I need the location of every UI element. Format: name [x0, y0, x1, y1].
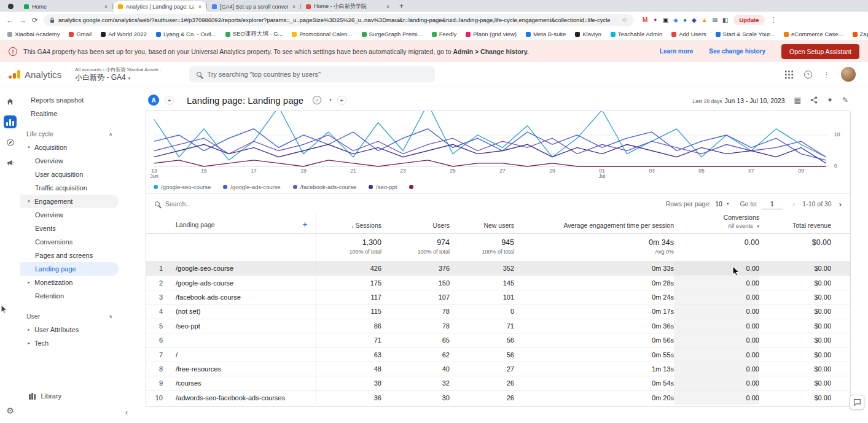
avatar[interactable]: [841, 67, 856, 82]
column-header-avg-engagement[interactable]: Average engagement time per session: [514, 222, 674, 229]
date-range-value[interactable]: Jun 13 - Jul 10, 2023: [724, 97, 784, 104]
back-icon[interactable]: ←: [6, 16, 14, 25]
bookmark-plann-grid-view[interactable]: Plann (grid view): [466, 31, 517, 37]
bookmark-xiaobai-academy[interactable]: Xiaobai Academy: [7, 31, 60, 37]
reload-icon[interactable]: ⟳: [32, 16, 38, 25]
browser-menu-icon[interactable]: ⋮: [770, 16, 777, 24]
segment-badge[interactable]: A: [148, 95, 159, 106]
table-search-input[interactable]: [165, 200, 313, 208]
extension-icon[interactable]: ▲: [702, 17, 708, 23]
new-tab-button[interactable]: +: [399, 2, 404, 10]
collapse-sidebar-icon[interactable]: ‹: [125, 408, 128, 417]
share-icon[interactable]: [810, 96, 818, 104]
forward-icon[interactable]: →: [19, 16, 26, 25]
tab-close-icon[interactable]: ×: [103, 4, 108, 10]
table-search[interactable]: [155, 200, 666, 208]
advertising-icon[interactable]: [4, 156, 17, 169]
sidebar-item-events[interactable]: Events: [20, 222, 119, 235]
add-comparison-button[interactable]: +: [165, 96, 174, 105]
bookmark-surgegraph-premi[interactable]: SurgeGraph Premi...: [362, 31, 423, 37]
chevron-down-icon[interactable]: ▾: [727, 201, 729, 206]
ga-search-bar[interactable]: Try searching "top countries by users": [189, 66, 435, 82]
add-dimension-button[interactable]: +: [302, 220, 307, 229]
bookmark-lyang-co-outl[interactable]: Lyang & Co. - Outl...: [156, 31, 216, 37]
bookmark-start-scale-your[interactable]: Start & Scale Your...: [716, 31, 775, 37]
sidebar-item-tech[interactable]: ▸Tech: [20, 336, 119, 350]
previous-page-icon[interactable]: ‹: [792, 200, 795, 209]
sidebar-item-acquisition[interactable]: ▾Acquisition: [20, 141, 119, 154]
help-icon[interactable]: ?: [804, 71, 812, 79]
table-row-google-ads-course[interactable]: 2/google-ads-course1751501450m 28s0.00$0…: [146, 275, 850, 289]
sidebar-item-landing-page[interactable]: Landing page: [20, 262, 119, 276]
table-row-adwords-seo-facebook-ads-courses[interactable]: 10/adwords-seo-facebook-ads-courses36302…: [146, 390, 850, 405]
extension-icon[interactable]: M: [643, 17, 647, 23]
tab-close-icon[interactable]: ×: [291, 4, 295, 10]
next-page-icon[interactable]: ›: [839, 200, 842, 209]
table-row-facebook-ads-course[interactable]: 3/facebook-ads-course1171071010m 24s0.00…: [146, 290, 850, 304]
check-circle-icon[interactable]: ✓: [313, 96, 321, 104]
admin-gear-icon[interactable]: ⚙: [6, 406, 14, 416]
column-header-landing-page[interactable]: Landing page+: [171, 220, 316, 229]
extension-icon[interactable]: ▣: [663, 17, 668, 23]
sidebar-item-traffic-acquisition[interactable]: Traffic acquisition: [20, 181, 119, 195]
account-switcher[interactable]: All accounts › 小白新势 Xiaobai Acade... 小白新…: [75, 67, 162, 82]
bookmark-seo-g[interactable]: SEO课程大纲 - G...: [225, 30, 283, 38]
table-row-seo-ppt[interactable]: 5/seo-ppt8678710m 36s0.00$0.00: [146, 319, 850, 333]
conversions-event-filter[interactable]: All events ▾: [728, 222, 759, 229]
extension-icon[interactable]: ◆: [692, 17, 697, 23]
sidebar-item-user-attributes[interactable]: ▸User Attributes: [20, 323, 119, 336]
browser-tab-home[interactable]: Home - 小白新势学院×: [302, 1, 394, 12]
chevron-up-icon[interactable]: ∧: [109, 314, 112, 319]
table-row-item[interactable]: 67165560m 56s0.00$0.00: [146, 333, 850, 347]
table-row-not-set[interactable]: 4(not set)1157800m 17s0.00$0.00: [146, 304, 850, 318]
bookmark-feedly[interactable]: Feedly: [432, 31, 457, 37]
tab-close-icon[interactable]: ×: [385, 4, 389, 10]
chart-icon[interactable]: ▦: [794, 96, 801, 104]
browser-tab-ga4-set-up-a-scroll-conversi[interactable]: [GA4] Set up a scroll conversi×: [208, 1, 300, 12]
sidebar-item-realtime[interactable]: Realtime: [20, 107, 119, 120]
address-bar[interactable]: analytics.google.com/analytics/web/?auth…: [44, 14, 633, 26]
column-header-conversions[interactable]: ConversionsAll events ▾: [674, 214, 759, 229]
insights-icon[interactable]: ✦: [827, 96, 833, 104]
bookmark-gmail[interactable]: Gmail: [69, 31, 92, 37]
rows-per-page-value[interactable]: 10: [715, 200, 722, 208]
bookmark-teachable-admin[interactable]: Teachable Admin: [611, 31, 662, 37]
sidebar-item-library[interactable]: Library: [29, 392, 61, 400]
sidebar-item-conversions[interactable]: Conversions: [20, 235, 119, 249]
see-change-history-link[interactable]: See change history: [709, 48, 765, 55]
extension-icon[interactable]: ✦: [652, 17, 657, 23]
extension-icon[interactable]: ◈: [673, 17, 678, 23]
tab-close-icon[interactable]: ×: [197, 4, 201, 10]
bookmark-zap-history[interactable]: Zap History: [853, 31, 868, 37]
table-row-item[interactable]: 7/6362560m 55s0.00$0.00: [146, 347, 850, 361]
browser-tab-home[interactable]: Home×: [20, 1, 112, 12]
sidebar-item-overview[interactable]: Overview: [20, 154, 119, 168]
add-report-button[interactable]: +: [337, 96, 346, 105]
bookmark-meta-b-suite[interactable]: Meta B-suite: [526, 31, 566, 37]
table-row-courses[interactable]: 9/courses3832260m 54s0.00$0.00: [146, 376, 850, 390]
extension-icon[interactable]: ⊞: [713, 17, 717, 23]
learn-more-link[interactable]: Learn more: [660, 48, 693, 55]
ga-menu-icon[interactable]: ⋮: [823, 71, 830, 79]
extension-icon[interactable]: ●: [683, 17, 687, 23]
sidebar-item-overview[interactable]: Overview: [20, 208, 119, 222]
bookmark-ecommerce-case[interactable]: eCommerce Case...: [784, 31, 843, 37]
goto-page-input[interactable]: [762, 198, 783, 209]
column-header-sessions[interactable]: ↓Sessions: [316, 222, 381, 229]
table-row-free-resources[interactable]: 8/free-resources4840271m 13s0.00$0.00: [146, 362, 850, 376]
sidebar-item-pages-and-screens[interactable]: Pages and screens: [20, 249, 119, 262]
column-header-new-users[interactable]: New users: [450, 222, 514, 229]
bookmark-ad-world-2022[interactable]: Ad World 2022: [101, 31, 147, 37]
bookmark-star-icon[interactable]: ☆: [622, 17, 627, 23]
open-setup-assistant-button[interactable]: Open Setup Assistant: [781, 44, 859, 59]
sidebar-item-user-acquisition[interactable]: User acquisition: [20, 168, 119, 181]
extension-icon[interactable]: ◧: [722, 17, 728, 23]
home-icon[interactable]: [4, 95, 17, 108]
sidebar-item-reports-snapshot[interactable]: Reports snapshot: [20, 93, 119, 107]
reports-icon[interactable]: [4, 115, 17, 128]
chevron-down-icon[interactable]: ▾: [329, 98, 332, 103]
feedback-button[interactable]: [850, 395, 864, 409]
browser-tab-analytics-landing-page-land[interactable]: Analytics | Landing page: Land×: [114, 1, 206, 12]
sidebar-item-retention[interactable]: Retention: [20, 289, 119, 303]
sidebar-item-monetization[interactable]: ▸Monetization: [20, 276, 119, 289]
